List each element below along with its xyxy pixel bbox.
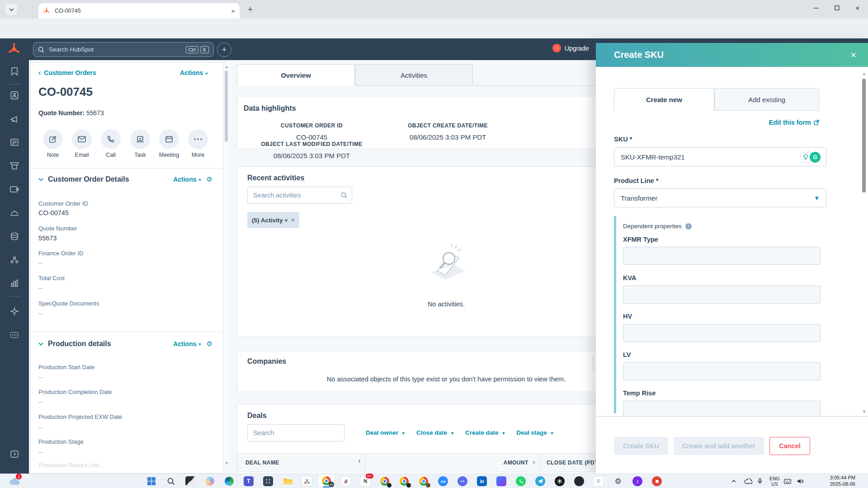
- tab-search-button[interactable]: [5, 4, 17, 15]
- tab-close-icon[interactable]: ×: [231, 8, 235, 14]
- tab-create-new[interactable]: Create new: [614, 88, 714, 111]
- sidebar-item-content[interactable]: [9, 137, 19, 147]
- temp-rise-input[interactable]: [623, 401, 821, 416]
- sidebar-item-service[interactable]: [9, 208, 19, 218]
- sku-input[interactable]: G: [614, 147, 826, 166]
- linkedin-icon[interactable]: in: [476, 475, 488, 488]
- microphone-icon[interactable]: [758, 474, 762, 488]
- section-actions-button[interactable]: Actions: [173, 340, 196, 347]
- new-tab-button[interactable]: +: [248, 5, 253, 14]
- create-and-add-another-button[interactable]: Create and add another: [674, 437, 764, 455]
- collapse-chevron-icon[interactable]: [38, 343, 43, 346]
- onedrive-cloud-icon[interactable]: [744, 474, 752, 488]
- column-close-date[interactable]: CLOSE DATE (PDT): [547, 454, 600, 472]
- deals-search-input[interactable]: [252, 429, 339, 437]
- tab-overview[interactable]: Overview: [237, 64, 355, 86]
- scroll-down-icon[interactable]: ▼: [225, 461, 229, 465]
- scroll-up-icon[interactable]: ▲: [862, 71, 866, 76]
- chrome-work-icon[interactable]: W: [319, 475, 334, 487]
- section-actions-button[interactable]: Actions: [173, 176, 196, 183]
- teams-icon[interactable]: T: [242, 475, 255, 488]
- section-settings-gear-icon[interactable]: ⚙: [207, 340, 212, 348]
- upgrade-button[interactable]: ↑ Upgrade: [552, 44, 589, 52]
- github-icon[interactable]: [573, 475, 585, 488]
- hubspot-logo[interactable]: [7, 42, 21, 56]
- edge-icon[interactable]: [223, 475, 236, 488]
- clock[interactable]: 3:05:44 PM 2025-08-06: [814, 474, 859, 488]
- panel-scrollbar[interactable]: ▲ ▼: [860, 71, 868, 415]
- sidebar-item-breeze-ai[interactable]: [9, 306, 19, 316]
- grammarly-icon[interactable]: G: [810, 152, 821, 163]
- start-button[interactable]: [145, 475, 158, 488]
- chatgpt-icon[interactable]: [553, 475, 566, 488]
- email-button[interactable]: Email: [68, 129, 96, 158]
- info-icon[interactable]: i: [685, 223, 692, 230]
- sort-icon[interactable]: ▲▼: [358, 460, 361, 464]
- sidebar-item-reporting[interactable]: [9, 278, 19, 288]
- touch-keyboard-icon[interactable]: [784, 474, 791, 488]
- window-maximize-button[interactable]: [826, 0, 847, 15]
- record-scrollbar[interactable]: ▲ ▼: [223, 63, 229, 468]
- scrollbar-thumb[interactable]: [225, 70, 228, 142]
- kva-input[interactable]: [623, 286, 821, 304]
- hv-input[interactable]: [623, 324, 821, 342]
- sidebar-item-commerce[interactable]: [9, 161, 19, 171]
- search-input[interactable]: [48, 46, 184, 53]
- tab-activities[interactable]: Activities: [355, 64, 473, 86]
- product-line-select[interactable]: Transformer ▼: [614, 188, 826, 207]
- note-button[interactable]: Note: [39, 129, 67, 158]
- filter-close-date[interactable]: Close date ▾: [416, 429, 453, 436]
- record-actions-button[interactable]: Actions▾: [180, 69, 208, 77]
- column-amount[interactable]: AMOUNT ▲▼: [365, 454, 540, 472]
- sort-icon[interactable]: ▲▼: [532, 461, 536, 465]
- volume-icon[interactable]: [797, 474, 804, 488]
- calculator-icon[interactable]: [262, 475, 274, 488]
- zoom-icon[interactable]: zm: [437, 475, 449, 488]
- weather-widget[interactable]: 2: [8, 475, 21, 488]
- window-minimize-button[interactable]: [806, 0, 826, 15]
- task-button[interactable]: Task: [126, 129, 154, 158]
- xfmr-type-input[interactable]: [623, 247, 821, 265]
- create-sku-button[interactable]: Create SKU: [614, 437, 668, 455]
- chrome-profile-3-icon[interactable]: [398, 475, 410, 488]
- file-explorer-icon[interactable]: [281, 475, 294, 488]
- slack-icon[interactable]: #: [340, 475, 352, 488]
- copilot-icon[interactable]: [203, 475, 216, 488]
- breadcrumb[interactable]: ‹ Customer Orders: [38, 69, 96, 77]
- hubspot-search-bar[interactable]: Ctrl K: [33, 42, 214, 57]
- scroll-down-icon[interactable]: ▼: [862, 409, 866, 414]
- scroll-up-icon[interactable]: ▲: [225, 65, 229, 69]
- create-new-button[interactable]: +: [217, 42, 231, 57]
- widgets-icon[interactable]: [184, 475, 197, 488]
- sidebar-item-bookmarks[interactable]: [9, 66, 19, 76]
- window-close-button[interactable]: ×: [847, 0, 868, 15]
- filter-deal-stage[interactable]: Deal stage ▾: [516, 429, 553, 436]
- whatsapp-icon[interactable]: [514, 475, 527, 488]
- collapse-chevron-icon[interactable]: [38, 178, 43, 181]
- sidebar-item-data[interactable]: [9, 231, 19, 241]
- scrollbar-thumb[interactable]: [862, 79, 866, 192]
- clipchamp-icon[interactable]: ♪: [631, 475, 644, 488]
- sidebar-item-automation[interactable]: [9, 255, 19, 265]
- activity-filter-chip[interactable]: (5) Activity▾×: [247, 212, 299, 228]
- lv-input[interactable]: [623, 362, 821, 380]
- pin-app-icon[interactable]: [651, 475, 663, 488]
- edit-form-link[interactable]: Edit this form: [769, 119, 819, 126]
- taskbar-search-icon[interactable]: [165, 475, 177, 488]
- close-icon[interactable]: ×: [850, 49, 856, 61]
- section-settings-gear-icon[interactable]: ⚙: [207, 175, 212, 183]
- cancel-button[interactable]: Cancel: [769, 437, 810, 455]
- meeting-button[interactable]: Meeting: [155, 129, 183, 158]
- language-indicator[interactable]: ENG US: [769, 474, 780, 488]
- activities-search-input[interactable]: [252, 191, 341, 199]
- more-button[interactable]: More: [184, 129, 212, 158]
- deals-search[interactable]: [247, 424, 344, 441]
- notion-icon[interactable]: N 30+: [359, 475, 372, 488]
- sidebar-item-developer[interactable]: </>: [9, 330, 19, 340]
- sidebar-item-marketing[interactable]: [9, 114, 19, 124]
- activities-search[interactable]: [247, 187, 352, 204]
- call-button[interactable]: Call: [97, 129, 125, 158]
- sidebar-item-crm[interactable]: [9, 90, 19, 100]
- chip-close-icon[interactable]: ×: [291, 216, 295, 224]
- sidebar-expand-icon[interactable]: [9, 449, 19, 459]
